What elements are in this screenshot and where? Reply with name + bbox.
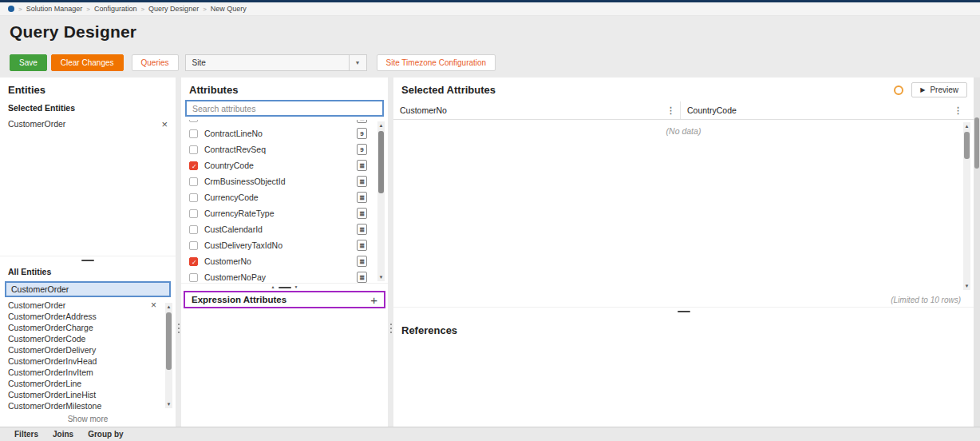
play-icon: ▶ xyxy=(920,86,925,93)
entity-list-item[interactable]: CustomerOrderLineHist xyxy=(0,389,176,400)
add-expression-attribute-button[interactable]: + xyxy=(370,294,377,306)
selected-entity-row[interactable]: CustomerOrder × xyxy=(0,115,176,133)
entity-label: CustomerOrderCharge xyxy=(8,323,93,332)
entity-filter-input[interactable] xyxy=(5,281,171,297)
results-table-body: (No data) ▲ ▼ xyxy=(393,120,974,292)
preview-label: Preview xyxy=(930,85,958,94)
attribute-row[interactable]: CurrencyCode ≣ xyxy=(181,189,388,205)
remove-entity-icon[interactable]: × xyxy=(161,121,168,128)
column-menu-icon[interactable]: ⋮ xyxy=(666,105,675,116)
scroll-down-icon[interactable]: ▼ xyxy=(377,274,385,280)
attribute-checkbox[interactable] xyxy=(189,225,198,234)
scrollbar-thumb[interactable] xyxy=(378,131,384,193)
save-button[interactable]: Save xyxy=(10,54,47,71)
show-more-link[interactable]: Show more xyxy=(0,411,176,423)
text-type-icon: ≣ xyxy=(357,224,367,235)
clear-changes-button[interactable]: Clear Changes xyxy=(51,54,124,71)
attribute-checkbox[interactable] xyxy=(189,209,198,218)
vertical-splitter-left[interactable] xyxy=(176,77,181,427)
attribute-row[interactable]: CrmBusinessObjectId ≣ xyxy=(181,173,388,189)
entities-scrollbar[interactable]: ▲ ▼ xyxy=(165,303,172,408)
attribute-row[interactable]: CustDeliveryTaxIdNo ≣ xyxy=(181,237,388,253)
entity-list-item[interactable]: CustomerOrder × xyxy=(0,300,176,311)
entity-list-item[interactable]: CustomerOrderAddress xyxy=(0,311,176,322)
collapse-down-icon[interactable]: ▼ xyxy=(294,285,298,289)
attribute-checkbox[interactable] xyxy=(189,129,198,138)
vertical-splitter-right[interactable] xyxy=(388,77,393,427)
attributes-list: ≣ ContractLineNo 9 ContractRevSeq 9 Coun… xyxy=(181,120,388,283)
entity-label: CustomerOrderInvHead xyxy=(8,356,97,366)
site-timezone-configuration-button[interactable]: Site Timezone Configuration xyxy=(377,54,496,71)
entity-list-item[interactable]: CustomerOrderInvItem xyxy=(0,367,176,378)
site-select-value: Site xyxy=(186,58,349,67)
scroll-down-icon[interactable]: ▼ xyxy=(165,401,172,407)
breadcrumb-item-query-designer[interactable]: Query Designer xyxy=(148,5,199,13)
scroll-up-icon[interactable]: ▲ xyxy=(165,304,172,310)
attribute-row[interactable]: ContractLineNo 9 xyxy=(181,125,388,141)
scroll-down-icon[interactable]: ▼ xyxy=(963,283,970,289)
preview-button[interactable]: ▶ Preview xyxy=(911,82,967,97)
attribute-checkbox[interactable] xyxy=(189,177,198,186)
column-header-customerno[interactable]: CustomerNo ⋮ xyxy=(393,101,681,119)
attribute-label: CustomerNoPay xyxy=(204,272,350,282)
column-menu-icon[interactable]: ⋮ xyxy=(954,105,962,116)
entity-label: CustomerOrderLine xyxy=(8,379,81,388)
selected-entities-list: CustomerOrder × xyxy=(0,115,176,256)
breadcrumb-separator: > xyxy=(140,6,144,13)
breadcrumb-separator: > xyxy=(86,6,90,13)
queries-button[interactable]: Queries xyxy=(132,54,179,71)
text-type-icon: ≣ xyxy=(357,256,367,267)
expression-attributes-header: Expression Attributes + xyxy=(184,291,385,308)
attributes-horizontal-splitter[interactable]: ▲ ▼ xyxy=(181,283,388,291)
scroll-up-icon[interactable]: ▲ xyxy=(377,122,385,129)
entity-list-item[interactable]: CustomerOrderLine xyxy=(0,378,176,389)
column-header-countrycode[interactable]: CountryCode ⋮ xyxy=(681,101,974,119)
attribute-row[interactable]: CountryCode ≣ xyxy=(181,157,388,173)
chevron-down-icon[interactable]: ▼ xyxy=(349,55,366,70)
attribute-checkbox[interactable] xyxy=(189,241,198,250)
attribute-row[interactable]: CurrencyRateType ≣ xyxy=(181,205,388,221)
collapse-up-icon[interactable]: ▲ xyxy=(271,285,275,289)
tab-joins[interactable]: Joins xyxy=(53,430,73,439)
scrollbar-thumb[interactable] xyxy=(166,312,172,370)
tab-filters[interactable]: Filters xyxy=(14,430,38,439)
attribute-checkbox[interactable] xyxy=(189,273,198,282)
entity-list-item[interactable]: CustomerOrderInvHead xyxy=(0,356,176,367)
search-attributes-input[interactable] xyxy=(185,100,384,117)
attribute-row[interactable]: CustomerNo ≣ xyxy=(181,253,388,269)
entity-list-item[interactable]: CustomerOrderMilestone xyxy=(0,400,176,411)
attribute-row-clipped[interactable]: ≣ xyxy=(181,120,388,125)
attribute-row[interactable]: CustCalendarId ≣ xyxy=(181,221,388,237)
breadcrumb-item-configuration[interactable]: Configuration xyxy=(94,5,137,13)
attribute-checkbox[interactable] xyxy=(189,161,198,170)
entity-list-item[interactable]: CustomerOrderCharge xyxy=(0,322,176,333)
entity-label: CustomerOrderInvItem xyxy=(8,368,93,377)
scrollbar-thumb[interactable] xyxy=(964,132,970,159)
references-horizontal-splitter[interactable] xyxy=(393,307,974,315)
scroll-up-icon[interactable]: ▲ xyxy=(963,123,970,129)
page-scrollbar-thumb[interactable] xyxy=(974,117,979,169)
attribute-checkbox[interactable] xyxy=(189,120,198,122)
breadcrumb-item-new-query[interactable]: New Query xyxy=(211,5,247,13)
attribute-label: CountryCode xyxy=(204,161,350,170)
results-scrollbar[interactable]: ▲ ▼ xyxy=(963,122,970,290)
site-select[interactable]: Site ▼ xyxy=(185,54,367,71)
attribute-row[interactable]: ContractRevSeq 9 xyxy=(181,141,388,157)
breadcrumb-separator: > xyxy=(18,6,22,13)
entity-list-item[interactable]: CustomerOrderDelivery xyxy=(0,344,176,356)
attribute-row[interactable]: CustomerNoPay ≣ xyxy=(181,269,388,283)
clear-filter-icon[interactable]: × xyxy=(151,302,156,309)
entity-label: CustomerOrderMilestone xyxy=(8,401,101,411)
all-entities-title: All Entities xyxy=(0,264,176,279)
tab-group-by[interactable]: Group by xyxy=(88,430,123,439)
attribute-checkbox[interactable] xyxy=(189,145,198,154)
entity-list-item[interactable]: CustomerOrderCode xyxy=(0,333,176,344)
page-scrollbar[interactable] xyxy=(974,77,980,427)
number-type-icon: 9 xyxy=(357,144,367,155)
splitter-grip xyxy=(81,260,94,261)
entities-horizontal-splitter[interactable] xyxy=(0,256,176,264)
attribute-checkbox[interactable] xyxy=(189,257,198,266)
breadcrumb-item-solution-manager[interactable]: Solution Manager xyxy=(26,5,83,13)
attribute-checkbox[interactable] xyxy=(189,193,198,202)
attributes-scrollbar[interactable]: ▲ ▼ xyxy=(377,121,385,281)
